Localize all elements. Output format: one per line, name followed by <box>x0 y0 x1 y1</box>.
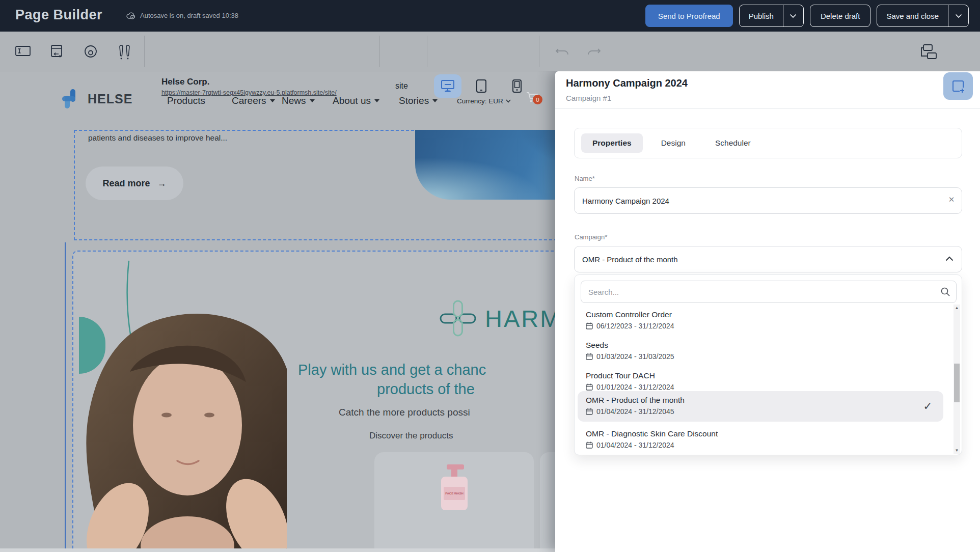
campaign-option-list: Custom Controller Order 06/12/2023 - 31/… <box>575 305 948 455</box>
scrollbar-thumb[interactable] <box>954 364 960 402</box>
hero-subtext-2: Discover the products <box>369 431 453 441</box>
dropdown-search <box>581 281 957 303</box>
save-dropdown-toggle[interactable] <box>948 5 968 26</box>
calendar-icon <box>586 383 593 391</box>
add-block-icon <box>951 79 965 93</box>
article-excerpt: patients and diseases to improve heal... <box>88 133 227 143</box>
divider <box>144 36 145 67</box>
campaign-dropdown: Custom Controller Order 06/12/2023 - 31/… <box>574 274 962 455</box>
scroll-down-arrow[interactable]: ▼ <box>954 447 960 454</box>
send-to-proofread-button[interactable]: Send to Proofread <box>645 5 733 27</box>
calendar-icon <box>586 441 593 449</box>
caret-down-icon <box>270 99 275 102</box>
redo-icon <box>587 47 601 56</box>
name-field-label: Name* <box>575 175 595 182</box>
page-tree-button[interactable] <box>919 44 938 60</box>
site-url-link[interactable]: https://master-7rqtwti-segx45igywzzy.eu-… <box>161 89 337 96</box>
cart-count-badge: 0 <box>533 95 542 104</box>
tab-scheduler[interactable]: Scheduler <box>704 133 762 153</box>
currency-selector[interactable]: Currency: EUR <box>457 97 511 105</box>
divider <box>379 36 380 67</box>
divider <box>539 36 539 67</box>
harmony-brand: HARM <box>439 299 561 337</box>
check-icon: ✓ <box>923 400 932 412</box>
tab-design[interactable]: Design <box>650 133 697 153</box>
clear-name-icon[interactable]: ✕ <box>946 195 957 204</box>
divider <box>427 36 427 67</box>
arrow-right-icon: → <box>157 178 167 189</box>
desktop-icon <box>441 79 455 93</box>
divider <box>555 108 980 109</box>
undo-icon <box>555 47 569 56</box>
model-photo <box>73 306 287 552</box>
calendar-icon <box>586 353 593 360</box>
helse-cross-icon <box>61 88 83 109</box>
mobile-icon <box>512 79 522 93</box>
save-and-close-button[interactable]: Save and close <box>877 5 969 27</box>
app-title: Page Builder <box>15 7 102 23</box>
site-logo-text: HELSE <box>88 92 132 106</box>
publish-dropdown-toggle[interactable] <box>783 5 803 26</box>
tree-icon <box>919 44 938 60</box>
nav-item-about-us[interactable]: About us <box>333 95 379 106</box>
current-page-label: site <box>395 81 408 91</box>
tab-properties[interactable]: Properties <box>581 133 643 153</box>
hero-heading-line1: Play with us and get a chanc <box>298 362 486 378</box>
campaign-option[interactable]: OMR - Product of the month 01/04/2024 - … <box>578 391 943 422</box>
nav-item-careers[interactable]: Careers <box>232 95 275 106</box>
hero-subtext-1: Catch the more products possi <box>339 407 470 418</box>
chevron-up-icon[interactable] <box>945 256 954 261</box>
delete-draft-button[interactable]: Delete draft <box>810 5 871 27</box>
caret-down-icon <box>432 99 438 102</box>
add-block-button[interactable] <box>943 72 973 100</box>
tablet-icon <box>476 79 487 93</box>
panel-subtitle: Campaign #1 <box>566 94 611 102</box>
site-name: Helse Corp. <box>161 77 209 87</box>
name-field[interactable] <box>574 187 962 214</box>
campaign-option[interactable]: Custom Controller Order 06/12/2023 - 31/… <box>578 306 943 336</box>
builder-toolbar: Helse Corp. https://master-7rqtwti-segx4… <box>0 32 980 71</box>
personalization-tool-icon[interactable] <box>84 45 97 58</box>
panel-title: Harmony Campaign 2024 <box>566 77 688 89</box>
component-swap-tool-icon[interactable] <box>49 45 64 59</box>
harmony-logo-icon <box>439 299 477 337</box>
search-icon <box>940 287 950 297</box>
harmony-brand-text: HARM <box>485 305 561 333</box>
desktop-view-button[interactable] <box>434 74 461 98</box>
publish-button[interactable]: Publish <box>739 5 804 27</box>
search-input[interactable] <box>581 281 957 303</box>
hero-heading-line2: products of the <box>377 381 475 398</box>
filters-tool-icon[interactable] <box>118 45 131 60</box>
tablet-view-button[interactable] <box>468 74 495 98</box>
undo-button[interactable] <box>555 47 569 56</box>
campaign-option[interactable]: OMR - Diagnostic Skin Care Discount 01/0… <box>578 425 943 455</box>
campaign-option[interactable]: Seeds 01/03/2024 - 31/03/2025 ✓ <box>578 336 943 367</box>
read-more-button[interactable]: Read more → <box>86 167 183 200</box>
calendar-icon <box>586 408 593 415</box>
text-block-tool-icon[interactable] <box>15 45 31 57</box>
product-card[interactable]: FACE WASH Deep Cleansing Foaming Face Wa… <box>374 452 534 552</box>
caret-down-icon <box>310 99 315 102</box>
scroll-up-arrow[interactable]: ▲ <box>954 305 960 312</box>
cloud-check-icon <box>126 12 136 19</box>
block-edge-indicator <box>65 242 66 552</box>
campaign-settings-panel: Harmony Campaign 2024 Campaign #1 Proper… <box>555 71 980 552</box>
nav-item-stories[interactable]: Stories <box>399 95 438 106</box>
page-builder-app: HELSE Products Careers News About us Sto… <box>0 0 980 552</box>
chevron-down-icon <box>506 99 511 103</box>
caret-down-icon <box>374 99 379 102</box>
mobile-view-button[interactable] <box>503 74 531 98</box>
calendar-icon <box>586 322 593 329</box>
bottle-label: FACE WASH <box>444 487 465 500</box>
viewport-bottom-strip <box>0 548 560 552</box>
panel-tabs: Properties Design Scheduler <box>574 128 962 158</box>
nav-item-news[interactable]: News <box>282 95 315 106</box>
campaign-select[interactable] <box>574 246 962 272</box>
product-bottle-image: FACE WASH <box>440 460 469 510</box>
site-logo[interactable]: HELSE <box>61 88 132 109</box>
nav-item-products[interactable]: Products <box>167 95 205 106</box>
top-bar: Page Builder Autosave is on, draft saved… <box>0 0 980 32</box>
dropdown-scrollbar[interactable]: ▲ ▼ <box>954 305 960 454</box>
redo-button[interactable] <box>587 47 601 56</box>
campaign-field-label: Campaign* <box>575 233 607 241</box>
